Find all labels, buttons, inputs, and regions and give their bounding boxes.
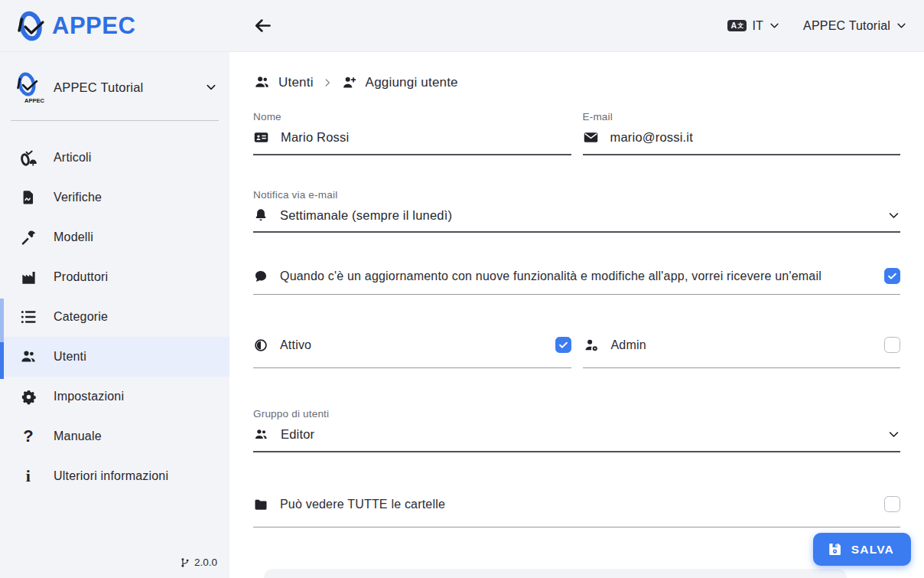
chevron-down-icon bbox=[769, 20, 780, 31]
sidebar-item-impostazioni[interactable]: Impostazioni bbox=[0, 377, 229, 416]
users-icon bbox=[253, 73, 271, 91]
admin-label: Admin bbox=[611, 338, 646, 353]
sidebar-item-label: Produttori bbox=[54, 270, 108, 284]
sidebar-item-label: Ulteriori informazioni bbox=[54, 469, 168, 483]
email-field: E-mail mario@rossi.it bbox=[583, 111, 901, 155]
breadcrumb: Utenti Aggiungi utente bbox=[253, 73, 900, 91]
sidebar-item-modelli[interactable]: Modelli bbox=[0, 217, 229, 257]
main-content: Utenti Aggiungi utente Nome bbox=[229, 52, 924, 578]
version-number: 2.0.0 bbox=[194, 557, 217, 568]
translate-icon: A文 bbox=[727, 20, 747, 32]
scrollbar-segment-dark bbox=[0, 342, 4, 379]
sidebar-item-label: Impostazioni bbox=[54, 390, 124, 403]
cartelle-checkbox[interactable] bbox=[884, 496, 900, 512]
sidebar-item-label: Articoli bbox=[54, 151, 92, 165]
bell-icon bbox=[253, 207, 268, 223]
chevron-down-icon bbox=[205, 81, 217, 93]
cartelle-label: Può vedere TUTTE le cartelle bbox=[280, 497, 445, 512]
sidebar-item-manuale[interactable]: ? Manuale bbox=[0, 416, 229, 456]
id-card-icon bbox=[253, 129, 269, 145]
app-window: APPEC A文 IT APPEC Tutorial bbox=[0, 0, 924, 578]
header-right-group: A文 IT APPEC Tutorial bbox=[727, 19, 924, 33]
nome-value: Mario Rossi bbox=[281, 130, 349, 145]
sidebar-item-articoli[interactable]: Articoli bbox=[0, 138, 229, 178]
chevron-down-icon bbox=[887, 209, 900, 222]
users-icon bbox=[19, 348, 37, 366]
climbing-gear-icon bbox=[19, 149, 37, 167]
workspace-selector[interactable]: APPEC APPEC Tutorial bbox=[14, 67, 217, 107]
language-code: IT bbox=[752, 19, 763, 33]
app-logo[interactable]: APPEC bbox=[0, 8, 229, 44]
gruppo-label: Gruppo di utenti bbox=[253, 408, 900, 420]
sidebar-item-label: Categorie bbox=[54, 310, 108, 324]
list-icon bbox=[19, 308, 37, 326]
language-selector[interactable]: A文 IT bbox=[727, 19, 780, 33]
gruppo-value: Editor bbox=[281, 427, 314, 442]
aggiornamenti-row: Quando c'è un aggiornamento con nuove fu… bbox=[253, 268, 900, 295]
sidebar-scrollbar[interactable] bbox=[0, 299, 4, 379]
attivo-label: Attivo bbox=[280, 338, 311, 353]
user-shield-icon bbox=[583, 337, 600, 354]
appec-logo-icon bbox=[15, 8, 50, 44]
tenant-name: APPEC Tutorial bbox=[803, 19, 890, 33]
aggiornamenti-text: Quando c'è un aggiornamento con nuove fu… bbox=[280, 269, 873, 284]
sidebar-item-produttori[interactable]: Produttori bbox=[0, 257, 229, 297]
sidebar-item-label: Modelli bbox=[54, 230, 93, 244]
envelope-icon bbox=[583, 129, 599, 145]
notifica-value: Settimanale (sempre il lunedì) bbox=[280, 208, 452, 223]
sidebar-divider bbox=[11, 120, 219, 121]
notifica-select[interactable]: Settimanale (sempre il lunedì) bbox=[253, 207, 900, 233]
workspace-name: APPEC Tutorial bbox=[54, 80, 205, 95]
users-group-icon bbox=[253, 426, 269, 442]
user-plus-icon bbox=[341, 74, 358, 91]
sidebar: APPEC APPEC Tutorial bbox=[0, 52, 229, 578]
save-button[interactable]: SALVA bbox=[813, 533, 911, 566]
logo-text: APPEC bbox=[52, 12, 135, 40]
email-input[interactable]: mario@rossi.it bbox=[583, 129, 901, 155]
question-icon: ? bbox=[19, 427, 37, 446]
gear-icon bbox=[19, 387, 37, 406]
breadcrumb-utenti-link[interactable]: Utenti bbox=[278, 75, 314, 90]
next-section-card bbox=[264, 569, 847, 578]
gruppo-select[interactable]: Editor bbox=[253, 426, 900, 452]
chevron-down-icon bbox=[896, 20, 907, 31]
attivo-checkbox[interactable] bbox=[555, 337, 571, 353]
gruppo-field: Gruppo di utenti Editor bbox=[253, 408, 900, 452]
chat-bubble-icon bbox=[253, 269, 268, 284]
notifica-label: Notifica via e-mail bbox=[253, 189, 900, 201]
back-button[interactable] bbox=[249, 13, 275, 39]
admin-checkbox[interactable] bbox=[884, 337, 900, 353]
sidebar-item-label: Verifiche bbox=[54, 191, 102, 204]
tenant-selector[interactable]: APPEC Tutorial bbox=[803, 19, 907, 33]
sidebar-item-label: Utenti bbox=[54, 350, 86, 364]
sidebar-item-verifiche[interactable]: Verifiche bbox=[0, 178, 229, 217]
cartelle-row: Può vedere TUTTE le cartelle bbox=[253, 491, 900, 527]
attivo-row: Attivo bbox=[253, 331, 571, 368]
sidebar-item-ulteriori-informazioni[interactable]: i Ulteriori informazioni bbox=[0, 456, 229, 496]
aggiornamenti-checkbox[interactable] bbox=[884, 268, 900, 284]
email-label: E-mail bbox=[583, 111, 901, 122]
svg-text:APPEC: APPEC bbox=[24, 97, 44, 104]
notifica-field: Notifica via e-mail Settimanale (sempre … bbox=[253, 189, 900, 233]
breadcrumb-current-page: Aggiungi utente bbox=[366, 75, 458, 90]
sidebar-item-categorie[interactable]: Categorie bbox=[0, 297, 229, 337]
top-header: APPEC A文 IT APPEC Tutorial bbox=[0, 0, 924, 52]
sidebar-item-utenti[interactable]: Utenti bbox=[0, 337, 229, 377]
appec-logo-small-icon: APPEC bbox=[14, 69, 44, 106]
sidebar-nav: Articoli Verifiche bbox=[0, 138, 229, 496]
email-value: mario@rossi.it bbox=[610, 130, 693, 145]
document-check-icon bbox=[19, 188, 37, 207]
sidebar-item-label: Manuale bbox=[54, 429, 102, 443]
save-icon bbox=[827, 541, 843, 557]
admin-row: Admin bbox=[583, 331, 901, 368]
hammer-icon bbox=[19, 228, 37, 247]
factory-icon bbox=[19, 268, 37, 286]
arrow-left-icon bbox=[252, 15, 273, 36]
folder-icon bbox=[253, 497, 268, 512]
save-button-label: SALVA bbox=[851, 543, 894, 557]
toggle-contrast-icon bbox=[253, 338, 268, 353]
nome-field: Nome Mario Rossi bbox=[253, 111, 571, 155]
app-version: 2.0.0 bbox=[180, 557, 217, 568]
nome-input[interactable]: Mario Rossi bbox=[253, 129, 571, 155]
nome-label: Nome bbox=[253, 111, 571, 122]
